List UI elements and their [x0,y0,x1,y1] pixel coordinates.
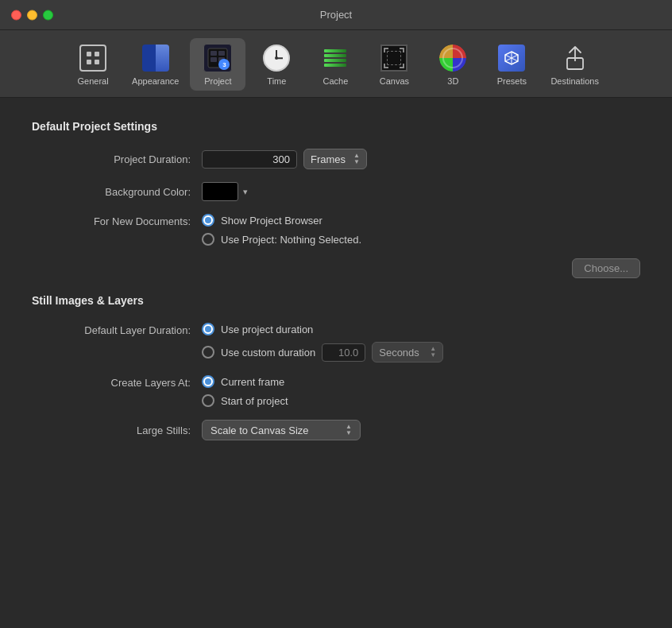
svg-rect-3 [95,60,99,64]
use-project-duration-label: Use project duration [221,324,313,335]
background-color-row: Background Color: ▾ [32,182,640,201]
color-swatch-wrap: ▾ [202,182,248,201]
minimize-button[interactable] [27,10,37,20]
general-label: General [77,76,108,86]
custom-duration-input[interactable] [322,343,365,362]
cache-icon [320,43,350,73]
use-project-row: Use Project: Nothing Selected. [202,233,361,246]
current-frame-radio[interactable] [202,375,214,388]
traffic-lights [11,10,53,20]
general-icon [78,43,108,73]
canvas-icon [379,43,409,73]
project-icon: 3 [203,43,233,73]
main-content: Default Project Settings Project Duratio… [0,98,672,628]
show-project-browser-row: Show Project Browser [202,214,361,227]
use-custom-duration-row: Use custom duration Seconds ▲ ▼ [202,342,443,362]
frames-select[interactable]: Frames ▲ ▼ [303,149,367,169]
create-layers-at-label: Create Layers At: [32,375,191,389]
seconds-stepper-arrows: ▲ ▼ [430,346,436,359]
close-button[interactable] [11,10,21,20]
toolbar: General Appearance 3 Proj [0,30,672,98]
toolbar-item-destinations[interactable]: Destinations [543,38,607,91]
title-bar: Project [0,0,672,30]
svg-rect-5 [210,51,217,56]
large-stills-stepper-arrows: ▲ ▼ [346,424,352,436]
frames-label: Frames [311,153,346,165]
time-icon [261,43,292,73]
svg-rect-0 [87,52,91,56]
project-label: Project [204,76,231,86]
scale-to-canvas-size-label: Scale to Canvas Size [210,424,309,436]
use-project-label: Use Project: Nothing Selected. [221,234,361,246]
still-images-title: Still Images & Layers [32,294,640,307]
default-layer-duration-label: Default Layer Duration: [32,323,191,336]
project-duration-controls: Frames ▲ ▼ [202,149,367,169]
show-project-browser-label: Show Project Browser [221,215,322,227]
background-color-swatch[interactable] [202,182,238,201]
cache-label: Cache [322,76,348,86]
current-frame-label: Current frame [221,376,284,388]
presets-icon [496,43,527,73]
time-label: Time [267,76,286,86]
for-new-documents-group: Show Project Browser Use Project: Nothin… [202,214,361,246]
large-stills-row: Large Stills: Scale to Canvas Size ▲ ▼ [32,420,640,440]
window-title: Project [320,9,352,21]
3d-label: 3D [447,76,458,86]
use-project-duration-radio[interactable] [202,323,214,335]
current-frame-row: Current frame [202,375,288,388]
svg-rect-2 [87,60,91,64]
appearance-icon [141,43,171,73]
for-new-documents-label: For New Documents: [32,214,191,227]
project-duration-row: Project Duration: Frames ▲ ▼ [32,149,640,169]
presets-label: Presets [497,76,527,86]
seconds-label: Seconds [379,347,419,359]
toolbar-item-3d[interactable]: 3D [425,38,481,91]
show-project-browser-radio[interactable] [202,214,214,227]
canvas-label: Canvas [380,76,409,86]
destinations-label: Destinations [550,76,599,86]
start-of-project-label: Start of project [221,395,288,407]
use-project-duration-row: Use project duration [202,323,443,335]
use-custom-duration-radio[interactable] [202,346,214,359]
start-of-project-row: Start of project [202,394,288,407]
toolbar-item-time[interactable]: Time [249,38,304,91]
toolbar-item-general[interactable]: General [65,38,121,91]
project-duration-label: Project Duration: [32,153,191,165]
large-stills-label: Large Stills: [32,424,191,436]
toolbar-item-appearance[interactable]: Appearance [124,38,187,91]
seconds-select[interactable]: Seconds ▲ ▼ [372,342,443,362]
create-layers-at-group: Current frame Start of project [202,375,288,407]
toolbar-item-canvas[interactable]: Canvas [366,38,422,91]
use-custom-duration-label: Use custom duration [221,347,315,359]
svg-rect-7 [210,57,217,62]
start-of-project-radio[interactable] [202,394,214,407]
default-project-settings-title: Default Project Settings [32,120,640,133]
destinations-icon [560,43,590,73]
frames-stepper-arrows: ▲ ▼ [353,153,360,165]
default-layer-duration-group: Use project duration Use custom duration… [202,323,443,362]
maximize-button[interactable] [43,10,53,20]
default-layer-duration-row: Default Layer Duration: Use project dura… [32,323,640,362]
svg-rect-6 [218,51,225,56]
large-stills-select[interactable]: Scale to Canvas Size ▲ ▼ [202,420,361,440]
choose-row: Choose... [32,258,640,278]
create-layers-at-row: Create Layers At: Current frame Start of… [32,375,640,407]
project-duration-input[interactable] [202,150,297,169]
appearance-label: Appearance [132,76,179,86]
toolbar-item-presets[interactable]: Presets [484,38,539,91]
toolbar-item-cache[interactable]: Cache [307,38,363,91]
color-dropdown-arrow[interactable]: ▾ [243,187,248,197]
toolbar-item-project[interactable]: 3 Project [190,38,245,91]
background-color-label: Background Color: [32,186,191,198]
choose-button[interactable]: Choose... [572,258,640,278]
svg-rect-1 [95,52,99,56]
use-project-radio[interactable] [202,233,214,246]
3d-icon [438,43,468,73]
for-new-documents-row: For New Documents: Show Project Browser … [32,214,640,246]
